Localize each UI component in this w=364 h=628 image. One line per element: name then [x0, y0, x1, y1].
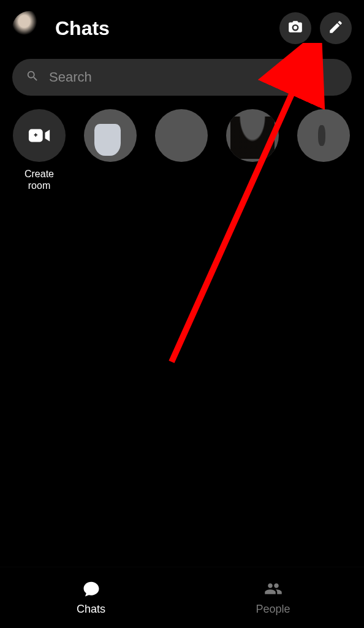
- profile-avatar[interactable]: [12, 11, 47, 45]
- camera-icon: [287, 19, 303, 37]
- pencil-icon: [328, 19, 344, 37]
- page-title: Chats: [55, 17, 271, 40]
- search-icon: [26, 69, 39, 85]
- bottom-nav: Chats People: [0, 567, 364, 628]
- camera-button[interactable]: [279, 12, 311, 44]
- active-contact-2[interactable]: [154, 109, 208, 191]
- active-row: Create room: [0, 101, 364, 200]
- active-contact-4[interactable]: [297, 109, 351, 191]
- search-bar[interactable]: [12, 59, 352, 96]
- tab-people[interactable]: People: [182, 567, 364, 628]
- tab-label: Chats: [77, 603, 105, 616]
- create-room-button[interactable]: Create room: [12, 109, 66, 191]
- tab-label: People: [256, 603, 290, 616]
- chat-bubble-icon: [80, 580, 102, 600]
- active-contact-3[interactable]: [226, 109, 279, 191]
- svg-rect-2: [35, 133, 36, 137]
- create-room-label: Create room: [12, 168, 66, 191]
- tab-chats[interactable]: Chats: [0, 567, 182, 628]
- header: Chats: [0, 0, 364, 52]
- contact-avatar: [297, 109, 350, 162]
- contact-avatar: [84, 109, 137, 162]
- search-input[interactable]: [49, 69, 338, 85]
- active-contact-1[interactable]: [83, 109, 137, 191]
- contact-avatar: [226, 109, 279, 162]
- search-container: [0, 52, 364, 101]
- contact-avatar: [155, 109, 208, 162]
- compose-button[interactable]: [320, 12, 352, 44]
- people-icon: [262, 580, 284, 600]
- create-room-icon: [13, 109, 66, 162]
